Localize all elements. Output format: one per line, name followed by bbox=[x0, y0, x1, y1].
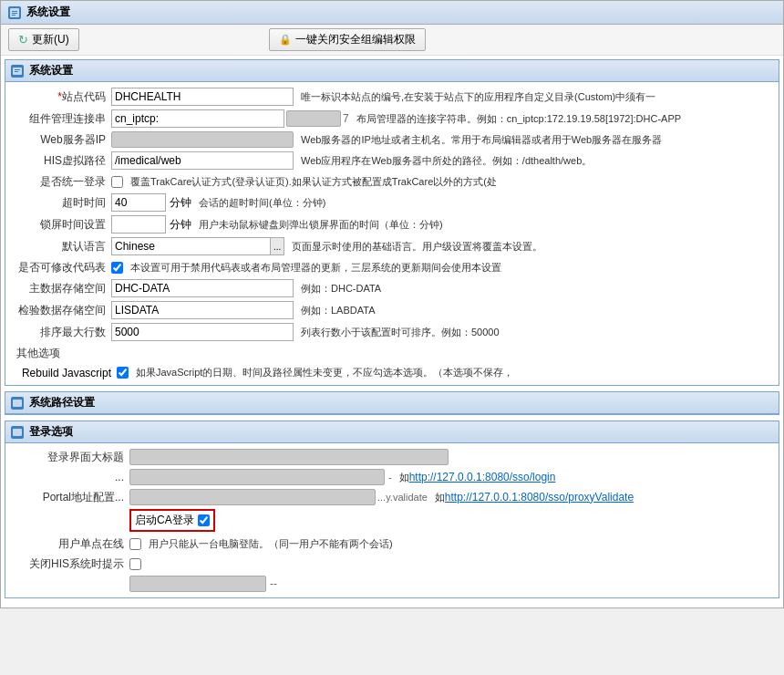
main-data-storage-input[interactable] bbox=[111, 279, 294, 297]
sso-login-desc: 如http://127.0.0.1:8080/sso/login bbox=[392, 471, 773, 484]
sort-max-label: 排序最大行数 bbox=[11, 325, 111, 340]
sort-max-input[interactable] bbox=[111, 323, 294, 341]
rebuild-checkbox[interactable] bbox=[117, 367, 129, 379]
system-settings-section: 系统设置 *站点代码 唯一标识本站点的编号,在安装于站点下的应用程序自定义目录(… bbox=[5, 59, 779, 386]
close-his-tip-row: 关闭HIS系统时提示 bbox=[11, 554, 773, 574]
component-conn-input-group: 7 bbox=[111, 109, 349, 128]
system-settings-title: 系统设置 bbox=[29, 63, 73, 78]
single-online-label: 用户单点在线 bbox=[11, 536, 129, 552]
component-conn-row: 组件管理连接串 7 布局管理器的连接字符串。例如：cn_iptcp:172.19… bbox=[11, 108, 773, 130]
update-button[interactable]: ↻ 更新(U) bbox=[8, 28, 79, 51]
unified-login-desc: 覆盖TrakCare认证方式(登录认证页).如果认证方式被配置成TrakCare… bbox=[123, 175, 773, 189]
portal-addr-label: Portal地址配置... bbox=[11, 490, 129, 505]
svg-rect-1 bbox=[12, 11, 17, 12]
modify-codetable-checkbox[interactable] bbox=[111, 262, 123, 274]
modify-codetable-desc: 本设置可用于禁用代码表或者布局管理器的更新，三层系统的更新期间会使用本设置 bbox=[123, 261, 773, 275]
close-his-tip-label: 关闭HIS系统时提示 bbox=[11, 556, 129, 572]
lock-time-label: 锁屏时间设置 bbox=[11, 217, 111, 233]
system-path-icon bbox=[11, 397, 24, 410]
close-security-button[interactable]: 🔒 一键关闭安全组编辑权限 bbox=[269, 28, 426, 51]
ca-login-checkbox[interactable] bbox=[198, 514, 210, 526]
title-bar: 系统设置 bbox=[1, 1, 783, 25]
ca-login-row: 启动CA登录 bbox=[11, 507, 773, 534]
single-online-desc: 用户只能从一台电脑登陆。（同一用户不能有两个会话) bbox=[141, 537, 773, 551]
refresh-icon: ↻ bbox=[18, 33, 28, 47]
system-settings-body: *站点代码 唯一标识本站点的编号,在安装于站点下的应用程序自定义目录(Custo… bbox=[5, 82, 779, 385]
unified-login-checkbox[interactable] bbox=[111, 176, 123, 188]
site-code-input[interactable] bbox=[111, 88, 294, 106]
rebuild-row: Rebuild Javascript 如果JavaScript的日期、时间及路径… bbox=[11, 364, 773, 381]
component-conn-desc: 布局管理器的连接字符串。例如：cn_iptcp:172.19.19.58[197… bbox=[349, 112, 773, 126]
lock-icon: 🔒 bbox=[279, 34, 292, 46]
component-conn-input[interactable] bbox=[111, 109, 284, 128]
lock-time-unit: 分钟 bbox=[166, 217, 191, 233]
svg-rect-3 bbox=[12, 15, 15, 16]
lab-data-storage-desc: 例如：LABDATA bbox=[294, 304, 773, 317]
default-lang-group: ... bbox=[111, 237, 284, 255]
main-window: 系统设置 ↻ 更新(U) 🔒 一键关闭安全组编辑权限 系统设置 bbox=[0, 0, 784, 608]
timeout-desc: 会话的超时时间(单位：分钟) bbox=[191, 196, 773, 210]
window-icon bbox=[8, 6, 21, 19]
portal-validate-hint: ...y.validate bbox=[377, 492, 428, 503]
system-path-section: 系统路径设置 bbox=[5, 391, 779, 415]
main-data-storage-desc: 例如：DHC-DATA bbox=[294, 282, 773, 296]
his-path-label: HIS虚拟路径 bbox=[11, 153, 111, 169]
last-setting-row: -- bbox=[11, 574, 773, 594]
svg-rect-7 bbox=[13, 400, 22, 407]
portal-addr-desc: 如http://127.0.0.1:8080/sso/proxyValidate bbox=[428, 491, 773, 504]
svg-rect-5 bbox=[15, 69, 20, 70]
site-code-row: *站点代码 唯一标识本站点的编号,在安装于站点下的应用程序自定义目录(Custo… bbox=[11, 86, 773, 108]
his-path-row: HIS虚拟路径 Web应用程序在Web服务器中所处的路径。例如：/dthealt… bbox=[11, 150, 773, 171]
portal-addr-row: Portal地址配置... ...y.validate 如http://127.… bbox=[11, 487, 773, 507]
login-title-row: 登录界面大标题 bbox=[11, 447, 773, 467]
svg-rect-6 bbox=[15, 71, 18, 72]
default-lang-ellipsis-button[interactable]: ... bbox=[271, 237, 284, 255]
default-lang-row: 默认语言 ... 页面显示时使用的基础语言。用户级设置将覆盖本设置。 bbox=[11, 235, 773, 257]
timeout-input[interactable] bbox=[111, 193, 166, 212]
window-title: 系统设置 bbox=[26, 5, 70, 20]
lock-time-row: 锁屏时间设置 分钟 用户未动鼠标键盘则弹出锁屏界面的时间（单位：分钟) bbox=[11, 213, 773, 235]
web-server-ip-desc: Web服务器的IP地址或者主机名。常用于布局编辑器或者用于Web服务器在服务器 bbox=[294, 133, 773, 147]
his-path-desc: Web应用程序在Web服务器中所处的路径。例如：/dthealth/web。 bbox=[294, 154, 773, 168]
single-online-row: 用户单点在线 用户只能从一台电脑登陆。（同一用户不能有两个会话) bbox=[11, 534, 773, 554]
system-path-title: 系统路径设置 bbox=[29, 395, 95, 410]
web-server-ip-label: Web服务器IP bbox=[11, 132, 111, 148]
lock-time-input[interactable] bbox=[111, 215, 166, 234]
system-settings-icon bbox=[11, 65, 24, 78]
main-data-storage-row: 主数据存储空间 例如：DHC-DATA bbox=[11, 277, 773, 299]
main-data-storage-label: 主数据存储空间 bbox=[11, 281, 111, 296]
sso-login-link[interactable]: http://127.0.0.1:8080/sso/login bbox=[409, 471, 556, 483]
main-content: 系统设置 *站点代码 唯一标识本站点的编号,在安装于站点下的应用程序自定义目录(… bbox=[1, 56, 783, 608]
sort-max-desc: 列表行数小于该配置时可排序。例如：50000 bbox=[294, 326, 773, 339]
system-path-header: 系统路径设置 bbox=[5, 392, 779, 414]
last-setting-dash: -- bbox=[270, 577, 277, 590]
toolbar: ↻ 更新(U) 🔒 一键关闭安全组编辑权限 bbox=[1, 25, 783, 56]
site-code-label: *站点代码 bbox=[11, 89, 111, 105]
component-conn-label: 组件管理连接串 bbox=[11, 111, 111, 127]
svg-rect-2 bbox=[12, 13, 17, 14]
login-options-icon bbox=[11, 426, 24, 439]
sso-login-label: ... bbox=[11, 471, 129, 483]
portal-addr-link[interactable]: http://127.0.0.1:8080/sso/proxyValidate bbox=[445, 491, 634, 504]
login-options-body: 登录界面大标题 ... - 如http://127.0.0.1:8080/sso… bbox=[5, 443, 779, 597]
lock-time-desc: 用户未动鼠标键盘则弹出锁屏界面的时间（单位：分钟) bbox=[191, 218, 773, 232]
login-options-section: 登录选项 登录界面大标题 ... - 如http://127.0.0.1:808… bbox=[5, 421, 779, 598]
default-lang-desc: 页面显示时使用的基础语言。用户级设置将覆盖本设置。 bbox=[284, 240, 773, 254]
sort-max-row: 排序最大行数 列表行数小于该配置时可排序。例如：50000 bbox=[11, 321, 773, 343]
site-code-desc: 唯一标识本站点的编号,在安装于站点下的应用程序自定义目录(Custom)中须有一 bbox=[294, 90, 773, 104]
unified-login-label: 是否统一登录 bbox=[11, 174, 111, 190]
ca-login-text: 启动CA登录 bbox=[135, 513, 194, 528]
rebuild-desc: 如果JavaScript的日期、时间及路径属性未变更，不应勾选本选项。（本选项不… bbox=[129, 366, 768, 379]
system-settings-header: 系统设置 bbox=[5, 60, 779, 82]
timeout-row: 超时时间 分钟 会话的超时时间(单位：分钟) bbox=[11, 192, 773, 213]
rebuild-label: Rebuild Javascript bbox=[16, 367, 117, 379]
unified-login-row: 是否统一登录 覆盖TrakCare认证方式(登录认证页).如果认证方式被配置成T… bbox=[11, 171, 773, 192]
web-server-ip-row: Web服务器IP Web服务器的IP地址或者主机名。常用于布局编辑器或者用于We… bbox=[11, 130, 773, 150]
sso-login-row: ... - 如http://127.0.0.1:8080/sso/login bbox=[11, 467, 773, 487]
lab-data-storage-input[interactable] bbox=[111, 301, 294, 319]
close-his-tip-checkbox[interactable] bbox=[129, 558, 141, 570]
default-lang-input[interactable] bbox=[111, 237, 271, 255]
his-path-input[interactable] bbox=[111, 151, 294, 170]
modify-codetable-row: 是否可修改代码表 本设置可用于禁用代码表或者布局管理器的更新，三层系统的更新期间… bbox=[11, 257, 773, 277]
single-online-checkbox[interactable] bbox=[129, 538, 141, 550]
